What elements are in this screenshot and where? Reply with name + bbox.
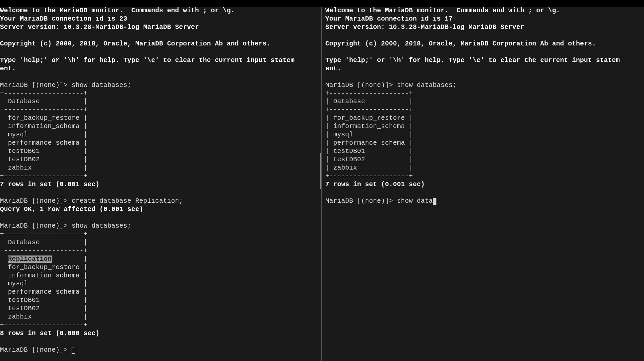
table-row: | information_schema |: [325, 123, 413, 130]
connection-id-text: Your MariaDB connection id is 23: [0, 15, 127, 23]
help-text-cont: ent.: [0, 65, 16, 72]
table-header: | Database |: [0, 98, 88, 105]
table-border: +--------------------+: [0, 173, 88, 180]
table-row-suffix: |: [52, 255, 88, 263]
table-row: | mysql |: [325, 131, 413, 138]
table-row: | testDB01 |: [0, 297, 88, 304]
cursor-icon: [433, 198, 436, 205]
table-row: | performance_schema |: [325, 139, 413, 147]
table-row: | testDB01 |: [0, 148, 88, 155]
result-text: 8 rows in set (0.000 sec): [0, 330, 99, 337]
table-border: +--------------------+: [0, 247, 88, 254]
table-row: | for_backup_restore |: [0, 114, 88, 122]
table-row: | testDB01 |: [325, 148, 413, 155]
prompt: MariaDB [(none)]>: [325, 82, 397, 89]
table-row: | performance_schema |: [0, 288, 88, 296]
table-row: | zabbix |: [0, 313, 88, 321]
table-row: | zabbix |: [0, 164, 88, 172]
prompt: MariaDB [(none)]>: [0, 222, 72, 230]
terminal-pane-left[interactable]: Welcome to the MariaDB monitor. Commands…: [0, 7, 322, 361]
copyright-text: Copyright (c) 2000, 2018, Oracle, MariaD…: [325, 40, 596, 47]
connection-id-text: Your MariaDB connection id is 17: [325, 15, 453, 23]
help-text-cont: ent.: [325, 65, 341, 72]
cursor-icon: [72, 347, 75, 354]
command-partial-text: show data: [397, 197, 433, 205]
server-version-text: Server version: 10.3.28-MariaDB-log Mari…: [325, 24, 524, 31]
result-text: Query OK, 1 row affected (0.001 sec): [0, 206, 143, 213]
command-text: create database Replication;: [72, 197, 183, 205]
scrollbar[interactable]: [320, 153, 321, 189]
command-text: show databases;: [397, 82, 457, 89]
server-version-text: Server version: 10.3.28-MariaDB-log Mari…: [0, 24, 199, 31]
prompt: MariaDB [(none)]>: [325, 197, 397, 205]
highlighted-db-name: Replication: [8, 255, 52, 263]
table-row: | zabbix |: [325, 164, 413, 172]
table-row: | testDB02 |: [0, 305, 88, 312]
table-row: | information_schema |: [0, 272, 88, 279]
result-text: 7 rows in set (0.001 sec): [0, 181, 99, 188]
table-row: | for_backup_restore |: [325, 114, 413, 122]
help-text: Type 'help;' or '\h' for help. Type '\c'…: [0, 57, 294, 64]
prompt: MariaDB [(none)]>: [0, 346, 72, 354]
table-row: | performance_schema |: [0, 139, 88, 147]
copyright-text: Copyright (c) 2000, 2018, Oracle, MariaD…: [0, 40, 271, 47]
table-border: +--------------------+: [325, 173, 413, 180]
result-text: 7 rows in set (0.001 sec): [325, 181, 425, 188]
table-border: +--------------------+: [325, 106, 413, 113]
table-row: | testDB02 |: [0, 156, 88, 163]
command-text: show databases;: [72, 222, 131, 230]
prompt: MariaDB [(none)]>: [0, 197, 72, 205]
table-row: | testDB02 |: [325, 156, 413, 163]
table-row: | mysql |: [0, 280, 88, 287]
prompt: MariaDB [(none)]>: [0, 82, 72, 89]
table-border: +--------------------+: [0, 90, 88, 97]
welcome-text: Welcome to the MariaDB monitor. Commands…: [325, 7, 560, 14]
table-border: +--------------------+: [0, 322, 88, 329]
table-row-prefix: |: [0, 255, 8, 263]
help-text: Type 'help;' or '\h' for help. Type '\c'…: [325, 57, 620, 64]
table-row: | for_backup_restore |: [0, 264, 88, 271]
table-border: +--------------------+: [0, 106, 88, 113]
welcome-text: Welcome to the MariaDB monitor. Commands…: [0, 7, 235, 14]
table-header: | Database |: [0, 239, 88, 246]
terminal-split-view: Welcome to the MariaDB monitor. Commands…: [0, 0, 644, 361]
table-row: | mysql |: [0, 131, 88, 138]
table-border: +--------------------+: [325, 90, 413, 97]
command-text: show databases;: [72, 82, 131, 89]
terminal-pane-right[interactable]: Welcome to the MariaDB monitor. Commands…: [322, 7, 644, 361]
table-row: | information_schema |: [0, 123, 88, 130]
table-border: +--------------------+: [0, 231, 88, 238]
table-header: | Database |: [325, 98, 413, 105]
